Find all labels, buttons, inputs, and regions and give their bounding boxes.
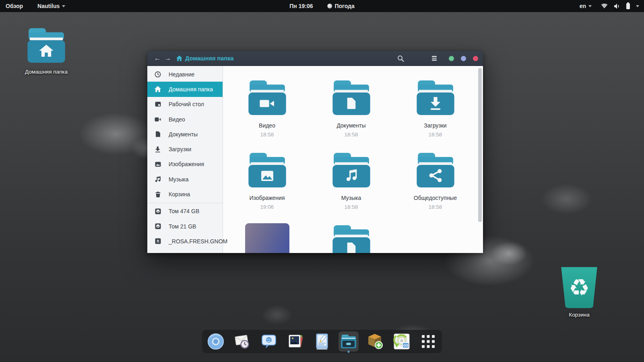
sidebar-item-trash[interactable]: Корзина [147,187,223,202]
chevron-down-icon [62,5,65,7]
search-icon[interactable] [396,54,405,62]
vertical-scrollbar[interactable] [478,68,482,222]
file-label: Видео [259,122,275,129]
header-bar[interactable]: ← → Домашняя папка [147,51,483,66]
weather-icon [327,4,332,8]
recent-clock-icon [155,71,161,78]
folder-document-icon [329,223,374,253]
dock-item-photos[interactable] [285,331,305,352]
harddisk-icon [155,208,161,214]
places-sidebar: Недавние Домашняя папка [147,66,223,253]
location-title: Домашняя папка [176,55,233,62]
files-nautilus-icon [340,333,357,350]
top-bar: Обзор Nautilus Пн 19:06 Погода en [0,0,644,12]
activities-button[interactable]: Обзор [6,3,23,9]
dock-item-chat[interactable] [259,331,279,352]
desktop-icon [155,101,161,107]
sidebar-item-label: Домашняя папка [169,86,213,93]
dock: OS [202,330,442,353]
sidebar-item-rosa-media[interactable]: _ROSA.FRESH.GNOM [147,234,223,249]
sidebar-item-pictures[interactable]: Изображения [147,157,223,172]
menu-icon[interactable] [430,54,438,62]
file-label: Изображения [250,195,285,201]
sidebar-item-downloads[interactable]: Загрузки [147,142,223,156]
sidebar-item-recent[interactable]: Недавние [147,67,223,82]
dock-item-package-installer[interactable] [365,331,385,352]
volume-icon[interactable] [614,3,620,9]
file-item-image-thumbnail[interactable] [225,223,309,253]
file-timestamp: 18:58 [336,132,365,138]
sidebar-separator [147,203,223,203]
dock-item-os-installer[interactable]: OS [392,331,412,352]
sidebar-item-label: Видео [169,116,185,123]
file-item-downloads[interactable]: Загрузки 18:58 [393,78,477,151]
page-title: Домашняя папка [185,55,233,62]
app-menu[interactable]: Nautilus [37,3,65,9]
folder-public-icon [413,151,458,189]
sidebar-item-documents[interactable]: Документы [147,127,223,142]
dock-item-mail[interactable] [232,331,252,352]
sidebar-item-label: _ROSA.FRESH.GNOM [169,238,227,245]
os-installer-icon: OS [393,333,411,350]
sidebar-item-desktop[interactable]: Рабочий стол [147,97,223,112]
sidebar-item-label: Музыка [169,176,189,183]
back-button[interactable]: ← [152,54,163,62]
minimize-button[interactable] [449,56,454,61]
document-icon [155,131,161,138]
sidebar-item-videos[interactable]: Видео [147,112,223,127]
nautilus-window: ← → Домашняя папка [147,51,483,253]
sidebar-item-label: Изображения [169,161,204,167]
sidebar-item-volume-21[interactable]: Том 21 GB [147,219,223,234]
trash-bucket-icon: ♻ [558,267,600,308]
desktop-icon-label: Домашняя папка [25,69,68,75]
system-menu-button[interactable] [636,5,639,7]
sidebar-item-volume-474[interactable]: Том 474 GB [147,204,223,219]
file-item-public[interactable]: Общедоступные 18:58 [393,151,477,223]
photos-icon [287,333,304,350]
file-timestamp: 18:58 [341,204,361,210]
download-icon [155,146,161,152]
chat-empathy-icon [260,333,278,350]
view-grid-icon[interactable] [413,54,421,62]
forward-button[interactable]: → [163,54,173,62]
file-item-templates-folder[interactable] [309,223,393,253]
file-timestamp: 18:58 [414,204,457,210]
removable-media-icon [155,238,161,245]
dock-item-browser[interactable] [206,331,226,352]
folder-documents-icon [329,78,374,117]
maximize-button[interactable] [461,56,466,61]
file-label: Общедоступные [414,195,457,201]
file-item-music[interactable]: Музыка 18:58 [309,151,393,223]
keyboard-layout-indicator[interactable]: en [580,3,592,9]
sidebar-item-label: Документы [169,131,198,138]
sidebar-item-label: Рабочий стол [169,101,204,107]
folder-music-icon [329,151,374,189]
folder-pictures-icon [245,151,290,189]
file-item-videos[interactable]: Видео 18:58 [225,78,309,151]
desktop-trash-icon[interactable]: ♻ Корзина [551,267,607,318]
music-note-icon [155,176,161,183]
chevron-down-icon [588,5,592,7]
battery-icon[interactable] [626,3,630,9]
home-icon [155,86,161,93]
dock-item-text-editor[interactable] [312,331,332,352]
sidebar-item-home[interactable]: Домашняя папка [147,82,223,97]
close-button[interactable] [473,56,478,61]
chromium-browser-icon [207,333,225,350]
window-controls [449,56,478,61]
sidebar-item-label: Том 21 GB [169,223,196,230]
desktop-home-folder-icon[interactable]: Домашняя папка [18,26,74,75]
sidebar-item-music[interactable]: Музыка [147,172,223,187]
network-wireless-icon[interactable] [601,3,608,9]
sidebar-item-label: Загрузки [169,146,191,152]
dock-item-show-applications[interactable] [418,331,438,352]
file-view: Видео 18:58 [223,66,483,253]
weather-applet[interactable]: Погода [327,3,354,9]
file-item-pictures[interactable]: Изображения 19:06 [225,151,309,223]
clock[interactable]: Пн 19:06 [289,3,313,9]
folder-downloads-icon [413,78,458,117]
file-label: Музыка [341,195,361,201]
dock-item-files[interactable] [339,331,359,352]
home-folder-icon [24,26,69,65]
file-item-documents[interactable]: Документы 18:58 [309,78,393,151]
